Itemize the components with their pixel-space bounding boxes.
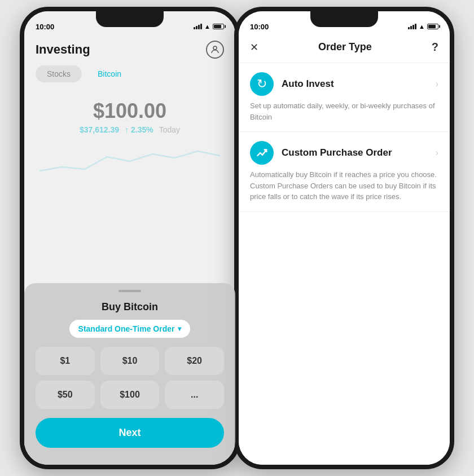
order-type-label: Standard One-Time Order	[78, 324, 175, 333]
price-area: $100.00 $37,612.39 ↑ 2.35% Today	[24, 94, 235, 143]
main-price: $100.00	[24, 99, 235, 123]
battery-icon-right	[427, 24, 438, 29]
chart-area	[24, 143, 235, 177]
amount-btn-10[interactable]: $10	[100, 347, 160, 375]
header-title: Order Type	[318, 41, 372, 53]
next-button[interactable]: Next	[36, 418, 224, 448]
custom-order-icon	[250, 141, 274, 165]
wifi-icon-right: ▲	[419, 23, 425, 30]
page-title: Investing	[36, 42, 90, 57]
modal-handle	[118, 290, 141, 292]
auto-invest-icon: ↻	[250, 72, 274, 96]
help-button[interactable]: ?	[432, 41, 438, 54]
chevron-down-icon: ▾	[178, 325, 181, 333]
order-type-header: ✕ Order Type ?	[239, 36, 450, 63]
left-screen: 10:00 ▲ Investing	[24, 11, 235, 465]
notch	[96, 11, 164, 27]
investing-header: Investing	[24, 36, 235, 65]
amount-btn-100[interactable]: $100	[100, 381, 160, 409]
svg-point-0	[213, 46, 217, 50]
auto-invest-item[interactable]: ↻ Auto Invest › Set up automatic daily, …	[239, 63, 450, 132]
price-change: ↑ 2.35%	[125, 125, 153, 134]
profile-icon[interactable]	[206, 41, 224, 59]
custom-order-item[interactable]: Custom Purchase Order › Automatically bu…	[239, 132, 450, 212]
signal-icon	[194, 24, 202, 29]
order-type-selector[interactable]: Standard One-Time Order ▾	[69, 320, 191, 338]
price-sub: $37,612.39 ↑ 2.35% Today	[24, 125, 235, 134]
amount-btn-more[interactable]: ...	[165, 381, 224, 409]
chevron-right-icon-custom: ›	[436, 148, 438, 158]
tabs: Stocks Bitcoin	[24, 65, 235, 82]
auto-invest-top: ↻ Auto Invest ›	[250, 72, 438, 96]
amount-btn-20[interactable]: $20	[165, 347, 224, 375]
custom-order-name: Custom Purchase Order	[282, 147, 428, 158]
wifi-icon: ▲	[204, 23, 210, 30]
status-icons-right: ▲	[408, 23, 438, 30]
notch-right	[310, 11, 378, 27]
signal-icon-right	[408, 24, 416, 29]
custom-order-description: Automatically buy Bitcoin if it reaches …	[250, 169, 438, 202]
right-screen: 10:00 ▲ ✕ Order Type ?	[239, 11, 450, 465]
status-icons-left: ▲	[194, 23, 224, 30]
btc-price: $37,612.39	[80, 125, 119, 134]
battery-icon	[213, 24, 224, 29]
time-left: 10:00	[36, 23, 54, 31]
tab-bitcoin[interactable]: Bitcoin	[86, 65, 133, 82]
price-period: Today	[159, 125, 180, 134]
right-phone: 10:00 ▲ ✕ Order Type ?	[234, 7, 454, 469]
auto-invest-name: Auto Invest	[282, 78, 428, 90]
tab-stocks[interactable]: Stocks	[36, 65, 82, 82]
amount-grid: $1 $10 $20 $50 $100 ...	[36, 347, 224, 409]
chevron-right-icon-auto: ›	[436, 79, 438, 89]
custom-order-top: Custom Purchase Order ›	[250, 141, 438, 165]
time-right: 10:00	[250, 23, 269, 31]
close-button[interactable]: ✕	[250, 41, 258, 54]
amount-btn-1[interactable]: $1	[36, 347, 95, 375]
amount-btn-50[interactable]: $50	[36, 381, 95, 409]
buy-modal: Buy Bitcoin Standard One-Time Order ▾ $1…	[24, 283, 235, 465]
left-phone: 10:00 ▲ Investing	[20, 7, 240, 469]
auto-invest-description: Set up automatic daily, weekly, or bi-we…	[250, 100, 438, 122]
modal-title: Buy Bitcoin	[36, 301, 224, 313]
